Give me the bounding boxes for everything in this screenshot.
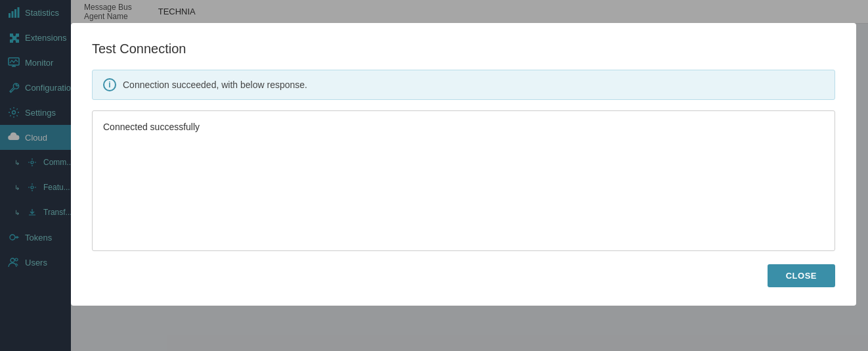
modal-footer: CLOSE [92, 264, 835, 287]
response-text: Connected successfully [103, 122, 200, 132]
banner-text: Connection succeeded, with below respons… [123, 80, 307, 90]
info-banner: i Connection succeeded, with below respo… [92, 70, 835, 100]
response-box: Connected successfully [92, 110, 835, 251]
test-connection-modal: Test Connection i Connection succeeded, … [71, 23, 856, 306]
close-button[interactable]: CLOSE [768, 264, 835, 287]
info-icon: i [103, 78, 116, 91]
modal-title: Test Connection [92, 41, 835, 57]
